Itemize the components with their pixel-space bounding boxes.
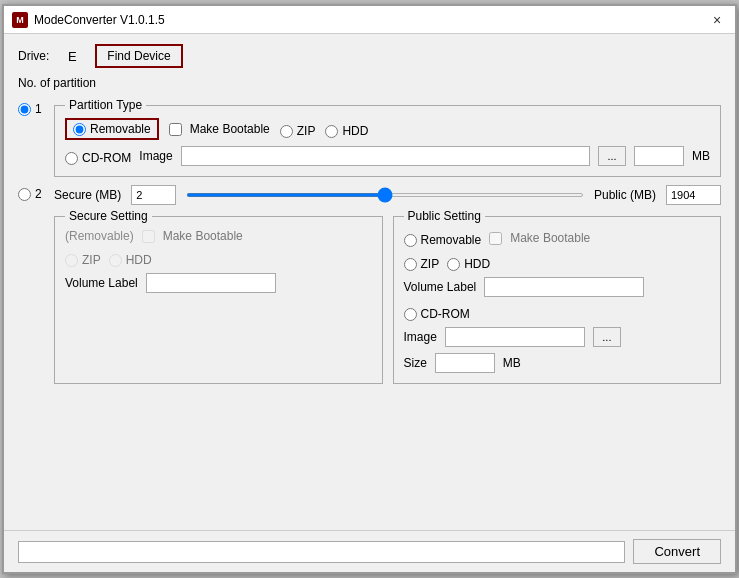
size-label-public: Size	[404, 356, 427, 370]
slider[interactable]	[186, 193, 584, 197]
make-bootable-checkbox[interactable]	[169, 123, 182, 136]
window-title: ModeConverter V1.0.1.5	[34, 13, 165, 27]
image-label: Image	[139, 149, 172, 163]
partition-type-fieldset: Partition Type Removable Make Bootable Z…	[54, 98, 721, 177]
removable-row-public: Removable Make Bootable	[404, 229, 711, 247]
image-input[interactable]	[181, 146, 590, 166]
convert-button[interactable]: Convert	[633, 539, 721, 564]
public-setting-legend: Public Setting	[404, 209, 485, 223]
main-window: M ModeConverter V1.0.1.5 × Drive: E Find…	[2, 4, 737, 574]
size-mb-label: MB	[503, 356, 521, 370]
cdrom-row-public: CD-ROM	[404, 303, 711, 321]
removable-option: Removable	[65, 118, 159, 140]
secure-setting-legend: Secure Setting	[65, 209, 152, 223]
drive-value: E	[57, 49, 87, 64]
zip-public-label[interactable]: ZIP	[404, 253, 440, 271]
make-bootable-label[interactable]: Make Bootable	[169, 122, 270, 136]
partition-type-legend: Partition Type	[65, 98, 146, 112]
mb-label: MB	[692, 149, 710, 163]
make-bootable-secure-checkbox	[142, 230, 155, 243]
hdd-public-label[interactable]: HDD	[447, 253, 490, 271]
settings-row: Secure Setting (Removable) Make Bootable	[18, 209, 721, 384]
cdrom-public-label[interactable]: CD-ROM	[404, 303, 470, 321]
partition2-radio-label[interactable]: 2	[18, 185, 46, 201]
partition1-label: 1	[35, 102, 42, 116]
volume-label-row-public: Volume Label	[404, 277, 711, 297]
mb-input[interactable]	[634, 146, 684, 166]
size-row-public: Size MB	[404, 353, 711, 373]
removable-text-secure: (Removable)	[65, 229, 134, 243]
removable-radio[interactable]	[73, 123, 86, 136]
progress-bar-container	[18, 541, 625, 563]
drive-label: Drive:	[18, 49, 49, 63]
secure-input[interactable]	[131, 185, 176, 205]
volume-input-secure[interactable]	[146, 273, 276, 293]
partition2-row: 2 Secure (MB) Public (MB)	[18, 185, 721, 205]
make-bootable-secure-label: Make Bootable	[142, 229, 243, 243]
close-button[interactable]: ×	[707, 10, 727, 30]
partition2-label: 2	[35, 187, 42, 201]
hdd-public-radio[interactable]	[447, 258, 460, 271]
public-input[interactable]	[666, 185, 721, 205]
find-device-button[interactable]: Find Device	[95, 44, 182, 68]
hdd-secure-radio	[109, 254, 122, 267]
zip-secure-label: ZIP	[65, 249, 101, 267]
secure-public-row: Secure (MB) Public (MB)	[54, 185, 721, 205]
zip-public-radio[interactable]	[404, 258, 417, 271]
title-bar-left: M ModeConverter V1.0.1.5	[12, 12, 165, 28]
hdd-radio[interactable]	[325, 125, 338, 138]
make-bootable-public-label[interactable]: Make Bootable	[489, 231, 590, 245]
pt-row2: CD-ROM Image ... MB	[65, 146, 710, 166]
volume-label-row-secure: Volume Label	[65, 273, 372, 293]
cdrom-radio-label[interactable]: CD-ROM	[65, 147, 131, 165]
volume-label-secure: Volume Label	[65, 276, 138, 290]
removable-row-secure: (Removable) Make Bootable	[65, 229, 372, 243]
image-row-public: Image ...	[404, 327, 711, 347]
pt-row1: Removable Make Bootable ZIP HDD	[65, 118, 710, 140]
size-input-public[interactable]	[435, 353, 495, 373]
cdrom-radio[interactable]	[65, 152, 78, 165]
no-partition-label: No. of partition	[18, 76, 721, 90]
content-area: Drive: E Find Device No. of partition 1 …	[4, 34, 735, 530]
browse-button[interactable]: ...	[598, 146, 626, 166]
public-label: Public (MB)	[594, 188, 656, 202]
zip-radio[interactable]	[280, 125, 293, 138]
secure-setting-fieldset: Secure Setting (Removable) Make Bootable	[54, 209, 383, 384]
partition2-radio[interactable]	[18, 188, 31, 201]
public-setting-fieldset: Public Setting Removable Make Bootable	[393, 209, 722, 384]
make-bootable-public-checkbox[interactable]	[489, 232, 502, 245]
cdrom-public-radio[interactable]	[404, 308, 417, 321]
removable-label: Removable	[90, 122, 151, 136]
hdd-secure-label: HDD	[109, 249, 152, 267]
public-setting-content: Removable Make Bootable ZIP	[404, 229, 711, 373]
volume-input-public[interactable]	[484, 277, 644, 297]
image-input-public[interactable]	[445, 327, 585, 347]
bottom-bar: Convert	[4, 530, 735, 572]
hdd-radio-label[interactable]: HDD	[325, 120, 368, 138]
app-icon: M	[12, 12, 28, 28]
partition1-row: 1 Partition Type Removable Make Bootable	[18, 98, 721, 177]
zip-hdd-row-secure: ZIP HDD	[65, 249, 372, 267]
partition2-area: 2 Secure (MB) Public (MB) Secure Setting	[18, 185, 721, 384]
partition1-radio[interactable]	[18, 103, 31, 116]
removable-public-radio[interactable]	[404, 234, 417, 247]
browse-public-button[interactable]: ...	[593, 327, 621, 347]
secure-label: Secure (MB)	[54, 188, 121, 202]
removable-public-label[interactable]: Removable	[404, 229, 482, 247]
drive-row: Drive: E Find Device	[18, 44, 721, 68]
image-label-public: Image	[404, 330, 437, 344]
zip-radio-label[interactable]: ZIP	[280, 120, 316, 138]
zip-hdd-row-public: ZIP HDD	[404, 253, 711, 271]
secure-setting-content: (Removable) Make Bootable ZIP	[65, 229, 372, 293]
volume-label-public: Volume Label	[404, 280, 477, 294]
partition1-radio-label[interactable]: 1	[18, 98, 46, 116]
zip-secure-radio	[65, 254, 78, 267]
title-bar: M ModeConverter V1.0.1.5 ×	[4, 6, 735, 34]
